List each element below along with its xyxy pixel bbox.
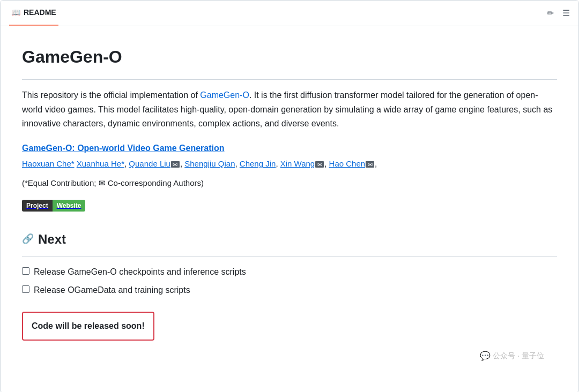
checklist-item-1: Release GameGen-O checkpoints and infere… [22,265,557,279]
author-liu[interactable]: Quande Liu [129,159,170,168]
contribution-note: (*Equal Contribution; ✉ Co-corresponding… [22,177,557,190]
author-jin[interactable]: Cheng Jin [240,159,276,168]
paper-section: GameGen-O: Open-world Video Game Generat… [22,141,557,170]
checklist-label-1: Release GameGen-O checkpoints and infere… [34,265,246,279]
author-qian[interactable]: Shengjiu Qian [184,159,235,168]
next-section-title: Next [38,229,66,250]
badge-project[interactable]: Project [22,198,53,212]
code-release-text: Code will be released soon! [32,321,145,330]
readme-tab[interactable]: 📖 README [9,1,58,26]
author-wang[interactable]: Xin Wang [280,159,315,168]
author-che[interactable]: Haoxuan Che* [22,159,75,168]
checkbox-2[interactable] [22,285,29,293]
comma-4: , [276,159,280,168]
author-he[interactable]: Xuanhua He* [77,159,124,168]
wechat-icon: 💬 [480,349,491,363]
edit-icon[interactable]: ✏ [547,6,554,20]
readme-content: GameGen-O This repository is the officia… [1,26,578,392]
gamegen-link[interactable]: GameGen-O [200,91,249,100]
email-icon-chen: ✉ [366,161,374,168]
description-paragraph: This repository is the official implemen… [22,88,557,131]
comma-6: , [375,159,377,168]
title-divider [22,79,557,80]
description-before-link: This repository is the official implemen… [22,91,200,100]
authors-line: Haoxuan Che* Xuanhua He*, Quande Liu✉, S… [22,157,557,170]
watermark-text: 公众号 · 量子位 [493,350,544,361]
paper-link[interactable]: GameGen-O: Open-world Video Game Generat… [22,141,557,155]
comma-3: , [235,159,240,168]
tab-bar: 📖 README ✏ ☰ [1,1,578,26]
tab-actions: ✏ ☰ [547,6,570,20]
section-divider [22,256,557,257]
watermark: 💬 公众号 · 量子位 [22,341,557,372]
checklist-label-2: Release OGameData and training scripts [34,283,190,297]
next-section-header: 🔗 Next [22,229,557,250]
contribution-text: (*Equal Contribution; ✉ Co-corresponding… [22,178,204,187]
tab-left: 📖 README [9,1,58,26]
menu-icon[interactable]: ☰ [562,6,570,20]
code-release-box: Code will be released soon! [22,312,154,341]
email-icon-liu: ✉ [171,161,180,168]
badges-container: Project Website [22,198,557,212]
tab-label: README [24,6,56,18]
comma-2: , [180,159,184,168]
page-title: GameGen-O [22,43,557,71]
email-icon-wang: ✉ [315,161,324,168]
book-icon: 📖 [11,6,20,18]
checkbox-1[interactable] [22,267,29,275]
author-chen[interactable]: Hao Chen [329,159,366,168]
checklist-item-2: Release OGameData and training scripts [22,283,557,297]
comma-5: , [324,159,329,168]
badge-website[interactable]: Website [53,198,86,212]
anchor-icon: 🔗 [22,231,34,247]
checklist: Release GameGen-O checkpoints and infere… [22,265,557,297]
